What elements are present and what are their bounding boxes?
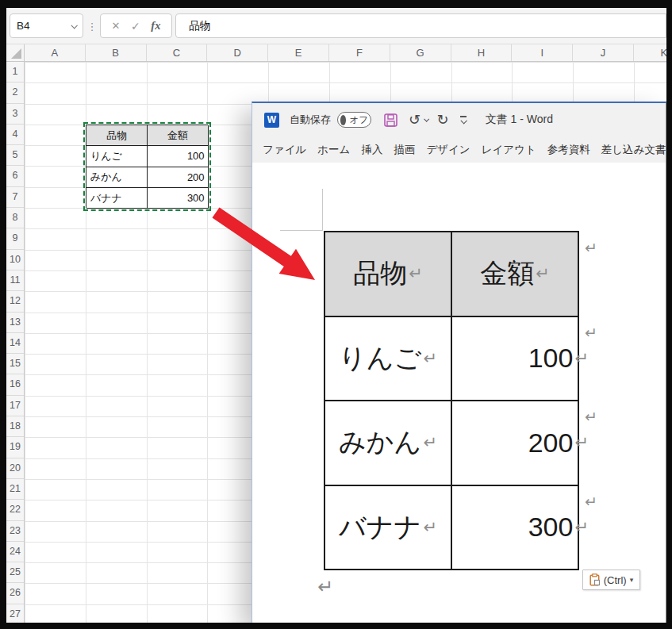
select-all-corner[interactable] (6, 44, 25, 61)
quick-access-more-button[interactable] (460, 116, 467, 124)
kebab-dots-icon[interactable]: ⋮ (87, 8, 97, 44)
formula-bar[interactable]: 品物 (175, 13, 666, 38)
row-header-8[interactable]: 8 (6, 208, 24, 228)
chevron-down-icon[interactable] (71, 22, 77, 29)
column-header-D[interactable]: D (207, 44, 268, 61)
row-header-11[interactable]: 11 (6, 270, 24, 291)
row-header-7[interactable]: 7 (6, 187, 24, 208)
undo-dropdown-chevron-icon[interactable] (424, 116, 429, 121)
undo-icon: ↺ (409, 113, 420, 127)
screenshot-canvas: B4 ⋮ ✕ ✓ fx 品物 ABCDEFGHIJK 1234567891011… (6, 8, 666, 623)
cell-text: バナナ (339, 509, 421, 546)
excel-cell-c4[interactable]: 金額 (148, 125, 209, 146)
row-header-22[interactable]: 22 (6, 500, 24, 520)
column-header-F[interactable]: F (329, 44, 390, 61)
column-header-K[interactable]: K (634, 44, 666, 61)
excel-cell-b4[interactable]: 品物 (86, 125, 148, 146)
word-pasted-table: 品物 ↵ 金額 ↵ りんご ↵ 100 ↵ みかん ↵ (324, 231, 579, 570)
column-header-B[interactable]: B (86, 44, 147, 61)
excel-cell-c5[interactable]: 100 (148, 146, 209, 167)
row-header-3[interactable]: 3 (6, 104, 24, 125)
excel-cell-b6[interactable]: みかん (86, 167, 148, 188)
formula-bar-value: 品物 (189, 19, 210, 33)
tab-design[interactable]: デザイン (420, 143, 475, 157)
row-header-4[interactable]: 4 (6, 125, 24, 145)
cell-text: 100 (528, 343, 574, 374)
word-document[interactable]: 品物 ↵ 金額 ↵ りんご ↵ 100 ↵ みかん ↵ (252, 163, 666, 623)
row-header-14[interactable]: 14 (6, 333, 24, 354)
row-header-25[interactable]: 25 (6, 562, 24, 583)
word-cell-banana[interactable]: バナナ ↵ (325, 486, 452, 571)
tab-file[interactable]: ファイル (257, 143, 312, 157)
excel-formula-toolbar: B4 ⋮ ✕ ✓ fx 品物 (6, 8, 666, 44)
autosave-label: 自動保存 (290, 113, 331, 127)
row-header-27[interactable]: 27 (6, 604, 24, 623)
excel-cell-b7[interactable]: バナナ (86, 188, 148, 209)
name-box[interactable]: B4 (10, 13, 83, 38)
row-header-1[interactable]: 1 (6, 62, 24, 82)
column-header-A[interactable]: A (25, 44, 86, 61)
row-header-19[interactable]: 19 (6, 437, 24, 458)
row-header-21[interactable]: 21 (6, 479, 24, 500)
column-header-C[interactable]: C (147, 44, 208, 61)
row-header-20[interactable]: 20 (6, 458, 24, 479)
margin-crop-mark-horizontal (280, 230, 323, 231)
paragraph-mark-icon: ↵ (574, 349, 589, 368)
excel-cell-c7[interactable]: 300 (148, 188, 209, 209)
paragraph-mark-icon: ↵ (409, 264, 423, 283)
tab-layout[interactable]: レイアウト (476, 143, 542, 157)
paragraph-mark-icon: ↵ (423, 433, 437, 452)
save-icon[interactable] (384, 113, 397, 127)
row-header-23[interactable]: 23 (6, 521, 24, 542)
excel-cell-b5[interactable]: りんご (86, 146, 148, 167)
row-header-9[interactable]: 9 (6, 228, 24, 249)
cell-text: 品物 (353, 255, 407, 292)
excel-source-table: 品物 金額 りんご 100 みかん 200 バナナ 300 (86, 125, 208, 208)
row-header-17[interactable]: 17 (6, 396, 24, 416)
cancel-icon[interactable]: ✕ (112, 20, 121, 32)
enter-icon[interactable]: ✓ (131, 20, 140, 33)
redo-icon[interactable]: ↻ (437, 113, 449, 127)
word-window: W 自動保存 オフ ↺ ↻ 文書 1 - Wo (252, 102, 666, 623)
row-header-2[interactable]: 2 (6, 82, 24, 103)
column-header-H[interactable]: H (451, 44, 513, 61)
row-header-15[interactable]: 15 (6, 354, 24, 374)
column-header-G[interactable]: G (390, 44, 451, 61)
column-header-E[interactable]: E (268, 44, 329, 61)
undo-button[interactable]: ↺ (409, 113, 428, 127)
toggle-knob-icon (340, 115, 346, 125)
formula-buttons-group: ✕ ✓ fx (100, 13, 172, 38)
column-header-J[interactable]: J (573, 44, 634, 61)
word-cell-header-item[interactable]: 品物 ↵ (325, 232, 452, 317)
insert-function-icon[interactable]: fx (151, 19, 160, 33)
column-header-I[interactable]: I (512, 44, 573, 61)
word-cell-200[interactable]: 200 ↵ (452, 401, 579, 486)
word-cell-header-amount[interactable]: 金額 ↵ (452, 232, 579, 317)
cell-text: 200 (528, 428, 574, 458)
tab-mailings[interactable]: 差し込み文書 (596, 143, 666, 157)
window-title: 文書 1 - Word (486, 113, 553, 127)
excel-cell-c6[interactable]: 200 (148, 167, 209, 188)
row-header-18[interactable]: 18 (6, 416, 24, 437)
row-header-12[interactable]: 12 (6, 291, 24, 312)
tab-references[interactable]: 参考資料 (542, 143, 596, 157)
row-header-13[interactable]: 13 (6, 313, 24, 333)
row-header-6[interactable]: 6 (6, 166, 24, 186)
tab-home[interactable]: ホーム (312, 143, 355, 157)
word-cell-300[interactable]: 300 ↵ (452, 486, 579, 571)
row-header-26[interactable]: 26 (6, 583, 24, 604)
end-of-row-mark-icon: ↵ (585, 493, 597, 511)
row-header-16[interactable]: 16 (6, 374, 24, 395)
word-cell-orange[interactable]: みかん ↵ (325, 401, 452, 486)
paste-options-button[interactable]: (Ctrl) ▾ (582, 570, 640, 590)
word-cell-100[interactable]: 100 ↵ (452, 317, 579, 402)
word-cell-apple[interactable]: りんご ↵ (325, 317, 452, 402)
row-header-24[interactable]: 24 (6, 542, 24, 562)
autosave-toggle[interactable]: オフ (337, 112, 371, 128)
tab-insert[interactable]: 挿入 (355, 143, 388, 157)
tab-draw[interactable]: 描画 (388, 143, 420, 157)
row-header-5[interactable]: 5 (6, 145, 24, 166)
word-ribbon-tabs: ファイル ホーム 挿入 描画 デザイン レイアウト 参考資料 差し込み文書 (252, 136, 666, 163)
row-header-10[interactable]: 10 (6, 250, 24, 270)
row-headers: 1234567891011121314151617181920212223242… (6, 62, 25, 623)
